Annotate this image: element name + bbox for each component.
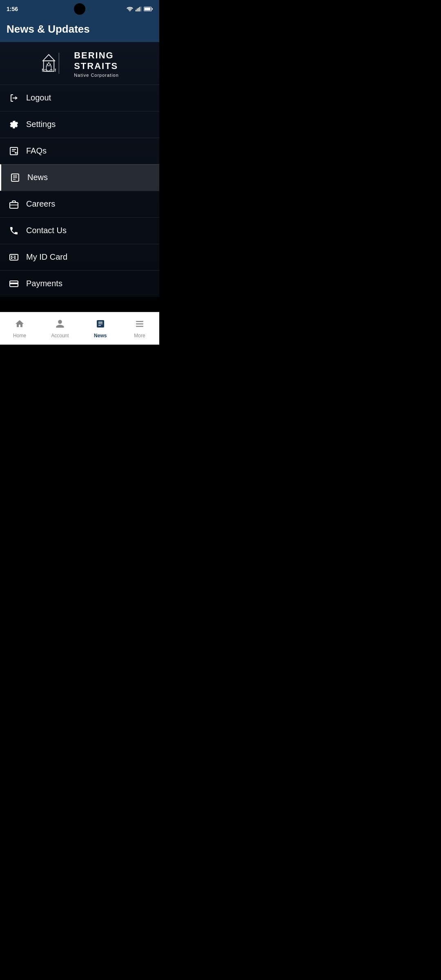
svg-rect-31 — [11, 256, 12, 257]
faqs-icon: ? — [8, 145, 20, 157]
svg-rect-4 — [139, 7, 140, 11]
camera-cutout-area — [74, 3, 85, 15]
nav-news-label: News — [94, 333, 107, 339]
svg-rect-1 — [136, 10, 136, 11]
menu-overlay: BERING STRAITS Native Corporation Logout — [0, 42, 159, 297]
contact-label: Contact Us — [26, 226, 67, 235]
myid-icon — [8, 252, 20, 263]
bottom-nav: Home Account News — [0, 312, 159, 345]
svg-rect-47 — [136, 321, 143, 322]
svg-text:?: ? — [16, 151, 17, 154]
faqs-label: FAQs — [26, 146, 47, 156]
logo-line3: Native Corporation — [74, 73, 119, 78]
nav-news-icon — [96, 319, 105, 331]
logout-label: Logout — [26, 93, 51, 102]
nav-account[interactable]: Account — [45, 316, 75, 342]
nav-account-label: Account — [51, 333, 69, 339]
nav-home-icon — [15, 319, 24, 331]
svg-point-14 — [48, 62, 49, 63]
status-bar: 1:56 — [0, 0, 159, 18]
settings-icon — [8, 119, 20, 130]
nav-account-icon — [55, 319, 65, 331]
careers-label: Careers — [26, 199, 55, 209]
menu-item-payments[interactable]: Payments — [0, 270, 159, 297]
svg-rect-5 — [140, 7, 141, 11]
logo-container: BERING STRAITS Native Corporation — [40, 50, 119, 78]
status-time: 1:56 — [7, 6, 18, 12]
logout-icon — [8, 92, 20, 104]
payments-label: Payments — [26, 279, 62, 288]
svg-rect-39 — [11, 258, 12, 259]
battery-icon — [144, 7, 153, 11]
wifi-icon — [127, 7, 133, 11]
svg-rect-33 — [13, 256, 14, 256]
nav-home-label: Home — [13, 333, 26, 339]
svg-marker-10 — [43, 55, 55, 61]
svg-point-12 — [47, 64, 48, 65]
logo-line2: STRAITS — [74, 61, 119, 71]
payments-icon — [8, 278, 20, 290]
menu-item-news[interactable]: News — [0, 164, 159, 191]
svg-rect-34 — [14, 256, 16, 257]
svg-point-13 — [49, 64, 51, 65]
svg-rect-40 — [14, 258, 16, 259]
contact-icon — [8, 225, 20, 236]
logo-icon — [40, 51, 69, 77]
logo-section: BERING STRAITS Native Corporation — [0, 42, 159, 85]
menu-list: Logout Settings — [0, 85, 159, 297]
menu-item-settings[interactable]: Settings — [0, 111, 159, 138]
menu-item-contact[interactable]: Contact Us — [0, 217, 159, 244]
settings-label: Settings — [26, 120, 56, 129]
nav-more-icon — [135, 319, 145, 331]
logo-line1: BERING — [74, 50, 119, 61]
svg-point-17 — [55, 69, 56, 70]
svg-rect-36 — [12, 257, 13, 258]
nav-more[interactable]: More — [125, 316, 154, 342]
svg-rect-32 — [13, 256, 13, 256]
myid-label: My ID Card — [26, 252, 67, 262]
camera-cutout — [74, 3, 85, 15]
svg-rect-2 — [137, 9, 138, 11]
menu-item-careers[interactable]: Careers — [0, 191, 159, 217]
nav-more-label: More — [134, 333, 145, 339]
signal-icon — [136, 7, 141, 11]
news-label: News — [27, 173, 48, 182]
svg-rect-37 — [13, 257, 14, 258]
news-icon — [9, 172, 21, 183]
content-area: BERING STRAITS Native Corporation Logout — [0, 42, 159, 312]
nav-home[interactable]: Home — [5, 316, 34, 342]
svg-rect-49 — [136, 326, 143, 327]
careers-icon — [8, 198, 20, 210]
page-title: News & Updates — [7, 23, 153, 36]
bsnc-logo-svg — [40, 51, 69, 76]
menu-item-faqs[interactable]: ? FAQs — [0, 138, 159, 164]
svg-rect-7 — [152, 8, 153, 10]
svg-point-0 — [129, 11, 130, 11]
svg-rect-42 — [10, 283, 18, 284]
menu-item-myid[interactable]: My ID Card — [0, 244, 159, 270]
menu-item-logout[interactable]: Logout — [0, 85, 159, 111]
status-icons — [127, 7, 153, 11]
logo-text: BERING STRAITS Native Corporation — [74, 50, 119, 78]
svg-rect-8 — [145, 8, 151, 11]
svg-rect-48 — [136, 323, 143, 325]
svg-point-15 — [42, 69, 43, 70]
nav-news[interactable]: News — [86, 316, 115, 342]
svg-rect-3 — [138, 8, 139, 11]
header: News & Updates — [0, 18, 159, 42]
svg-rect-35 — [11, 257, 11, 258]
svg-rect-38 — [14, 257, 16, 258]
svg-rect-28 — [10, 203, 18, 208]
